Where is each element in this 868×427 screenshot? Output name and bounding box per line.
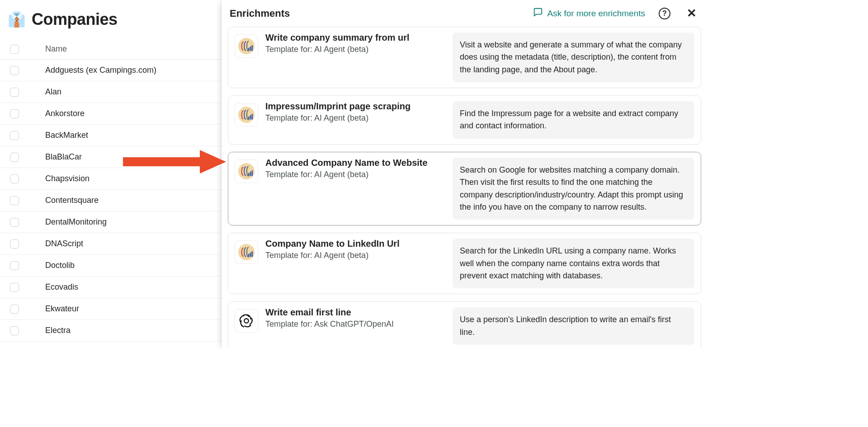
close-icon[interactable]: ✕ (684, 6, 699, 20)
panel-title: Enrichments (230, 8, 290, 19)
chat-icon (533, 7, 543, 19)
page-title: Companies (32, 10, 118, 29)
company-name: Ankorstore (45, 109, 85, 118)
enrichment-card[interactable]: Company Name to LinkedIn UrlTemplate for… (228, 233, 701, 294)
row-checkbox[interactable] (10, 66, 19, 75)
company-name: Chapsvision (45, 174, 90, 183)
svg-rect-14 (250, 253, 251, 257)
table-row[interactable]: Alan (0, 81, 221, 103)
ai-agent-icon (235, 240, 258, 264)
company-name: BlaBlaCar (45, 152, 82, 162)
enrichments-panel: Enrichments Ask for more enrichments ? ✕… (222, 0, 708, 349)
enrichment-title: Company Name to LinkedIn Url (265, 239, 445, 249)
svg-point-16 (244, 319, 249, 324)
table-row[interactable]: BlaBlaCar (0, 146, 221, 168)
svg-rect-2 (250, 47, 251, 51)
ask-more-enrichments-link[interactable]: Ask for more enrichments (533, 7, 645, 19)
row-checkbox[interactable] (10, 131, 19, 140)
table-row[interactable]: BackMarket (0, 125, 221, 146)
ai-agent-icon (235, 34, 258, 58)
svg-rect-10 (250, 172, 251, 176)
ai-agent-icon (235, 160, 258, 183)
table-row[interactable]: Ekwateur (0, 298, 221, 320)
ask-more-label: Ask for more enrichments (547, 9, 645, 19)
company-name: DentalMonitoring (45, 217, 107, 227)
company-name: Contentsquare (45, 196, 99, 205)
company-name: BackMarket (45, 131, 88, 140)
left-panel: 👔 Companies Name Addguests (ex Campings.… (0, 0, 222, 349)
svg-rect-1 (248, 48, 250, 51)
row-checkbox[interactable] (10, 305, 19, 314)
row-checkbox[interactable] (10, 174, 19, 183)
enrichment-card[interactable]: Write company summary from urlTemplate f… (228, 27, 701, 88)
enrichment-description: Use a person's LinkedIn description to w… (453, 307, 694, 345)
panel-header: Enrichments Ask for more enrichments ? ✕ (222, 0, 708, 27)
row-checkbox[interactable] (10, 239, 19, 249)
company-name: Alan (45, 87, 61, 97)
help-icon[interactable]: ? (659, 8, 670, 19)
company-name: Ecovadis (45, 282, 78, 292)
companies-icon: 👔 (8, 11, 25, 28)
company-name: DNAScript (45, 239, 83, 249)
svg-rect-15 (251, 251, 253, 257)
table-row[interactable]: Chapsvision (0, 168, 221, 190)
company-name: Addguests (ex Campings.com) (45, 66, 156, 75)
company-name: Ekwateur (45, 304, 79, 314)
openai-icon (235, 309, 258, 333)
page-title-row: 👔 Companies (0, 0, 221, 39)
table-row[interactable]: DentalMonitoring (0, 211, 221, 233)
svg-rect-3 (251, 45, 253, 51)
enrichment-description: Visit a website and generate a summary o… (453, 33, 694, 82)
ai-agent-icon (235, 103, 258, 127)
svg-rect-11 (251, 170, 253, 176)
table-row[interactable]: Contentsquare (0, 190, 221, 211)
table-row[interactable]: Ankorstore (0, 103, 221, 125)
enrichment-card[interactable]: Write email first lineTemplate for: Ask … (228, 301, 701, 347)
table-row[interactable]: DNAScript (0, 233, 221, 255)
table-header: Name (0, 39, 221, 60)
row-checkbox[interactable] (10, 153, 19, 162)
enrichment-title: Advanced Company Name to Website (265, 158, 445, 168)
select-all-checkbox[interactable] (10, 45, 19, 54)
row-checkbox[interactable] (10, 88, 19, 97)
row-checkbox[interactable] (10, 109, 19, 118)
enrichment-description: Find the Impressum page for a website an… (453, 101, 694, 139)
enrichment-subtitle: Template for: AI Agent (beta) (265, 113, 445, 123)
enrichment-subtitle: Template for: AI Agent (beta) (265, 170, 445, 179)
row-checkbox[interactable] (10, 326, 19, 335)
svg-rect-13 (248, 254, 250, 257)
enrichment-description: Search for the LinkedIn URL using a comp… (453, 239, 694, 288)
enrichment-title: Write company summary from url (265, 33, 445, 43)
enrichment-subtitle: Template for: AI Agent (beta) (265, 45, 445, 54)
svg-rect-9 (248, 173, 250, 176)
enrichment-card[interactable]: Impressum/Imprint page scrapingTemplate … (228, 95, 701, 145)
row-checkbox[interactable] (10, 283, 19, 292)
enrichment-description: Search on Google for websites matching a… (453, 158, 694, 220)
table-row[interactable]: Ecovadis (0, 277, 221, 298)
svg-rect-7 (251, 114, 253, 119)
table-row[interactable]: Electra (0, 320, 221, 342)
company-name: Doctolib (45, 261, 75, 270)
company-name: Electra (45, 326, 71, 335)
enrichment-subtitle: Template for: AI Agent (beta) (265, 251, 445, 260)
svg-rect-5 (248, 117, 250, 120)
enrichment-subtitle: Template for: Ask ChatGPT/OpenAI (265, 319, 445, 329)
column-header-name: Name (45, 44, 67, 54)
svg-rect-6 (250, 115, 251, 120)
enrichment-title: Write email first line (265, 307, 445, 318)
enrichment-title: Impressum/Imprint page scraping (265, 101, 445, 112)
row-checkbox[interactable] (10, 261, 19, 270)
row-checkbox[interactable] (10, 196, 19, 205)
enrichments-list: Write company summary from urlTemplate f… (222, 27, 708, 347)
enrichment-card[interactable]: Advanced Company Name to WebsiteTemplate… (228, 152, 701, 225)
table-row[interactable]: Doctolib (0, 255, 221, 277)
row-checkbox[interactable] (10, 218, 19, 227)
table-row[interactable]: Addguests (ex Campings.com) (0, 60, 221, 81)
